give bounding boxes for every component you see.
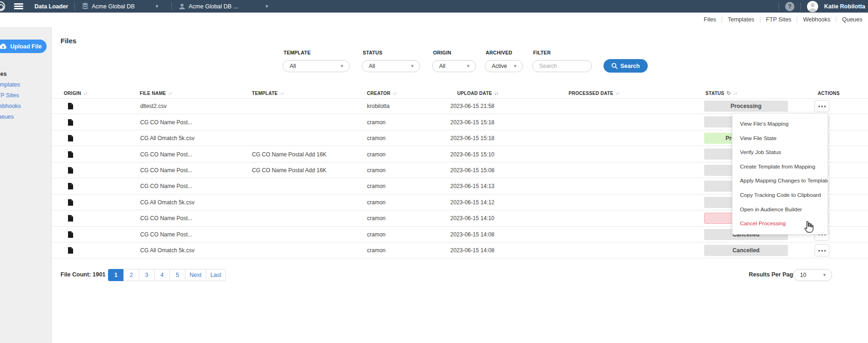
row-divider: [52, 258, 868, 258]
file-icon: [68, 210, 73, 226]
sidebar-item-files[interactable]: Files: [0, 69, 52, 80]
column-header-actions: ACTIONS: [818, 88, 840, 98]
column-header-processed-date: PROCESSED DATE↓↑: [569, 88, 619, 98]
sidebar-item-templates[interactable]: Templates: [0, 80, 52, 90]
column-header-template: TEMPLATE↓↑: [252, 88, 284, 98]
top-nav-files[interactable]: Files: [698, 16, 721, 23]
status-dropdown[interactable]: All ▼: [362, 60, 420, 72]
top-nav-templates[interactable]: Templates: [722, 16, 760, 23]
top-nav-webhooks[interactable]: Webhooks: [797, 16, 836, 23]
hamburger-menu-icon[interactable]: [14, 3, 23, 9]
upload-date-cell: 2023-06-15 21:58: [450, 98, 495, 114]
page-button-2[interactable]: 2: [123, 269, 139, 281]
filter-label-status: STATUS: [363, 50, 382, 55]
top-nav-ftp-sites[interactable]: FTP Sites: [760, 16, 797, 23]
database-selector[interactable]: Acme Global DB ▼: [82, 0, 135, 13]
file-name-cell: CG All Omatch 5k.csv: [140, 130, 195, 146]
sort-icon[interactable]: ↓↑: [495, 91, 498, 96]
results-per-page-select[interactable]: 10 ▼: [793, 269, 832, 281]
chevron-down-icon: ▼: [340, 64, 349, 68]
refresh-icon[interactable]: ↻: [726, 90, 731, 96]
creator-cell: cramon: [367, 114, 386, 130]
status-badge: Cancelled: [704, 245, 788, 256]
file-name-cell: CG CO Name Post...: [140, 210, 192, 226]
template-dropdown[interactable]: All ▼: [283, 60, 350, 72]
magnifier-icon: [611, 63, 617, 69]
chevron-down-icon: ▼: [466, 64, 475, 68]
status-badge: Processing: [704, 101, 788, 112]
row-actions-button[interactable]: ●●●: [814, 244, 829, 256]
help-icon[interactable]: ?: [785, 2, 794, 11]
file-name-cell: CG All Omatch 5k.csv: [140, 195, 195, 210]
top-nav: FilesTemplatesFTP SitesWebhooksQueues: [698, 13, 868, 27]
file-name-cell: dltest2.csv: [140, 98, 167, 114]
page-button-3[interactable]: 3: [139, 269, 155, 281]
sort-icon[interactable]: ↓↑: [393, 91, 397, 96]
column-header-label: ORIGIN: [64, 91, 81, 96]
filter-label-origin: ORIGIN: [433, 50, 451, 55]
context-menu-item-verify-job-status[interactable]: Verify Job Status: [732, 145, 827, 160]
column-header-label: FILE NAME: [140, 91, 166, 96]
last-page-button[interactable]: Last: [206, 269, 226, 281]
context-menu-item-apply-mapping-changes-to-template[interactable]: Apply Mapping Changes to Template: [732, 174, 827, 188]
account-selector[interactable]: Acme Global DB ... ▼: [179, 0, 238, 13]
creator-cell: cramon: [367, 146, 386, 162]
creator-cell: cramon: [367, 227, 386, 242]
sort-icon[interactable]: ↓↑: [83, 91, 87, 96]
context-menu-item-open-in-audience-builder[interactable]: Open in Audience Builder: [732, 202, 827, 217]
context-menu-item-create-template-from-mapping[interactable]: Create Template from Mapping: [732, 160, 827, 174]
upload-date-cell: 2023-06-15 14:13: [450, 178, 495, 194]
context-menu-item-copy-tracking-code-to-clipboard[interactable]: Copy Tracking Code to Clipboard: [732, 188, 827, 202]
creator-cell: cramon: [367, 210, 386, 226]
search-button[interactable]: Search: [604, 59, 648, 73]
column-header-label: TEMPLATE: [252, 91, 278, 96]
upload-date-cell: 2023-06-15 14:08: [450, 242, 495, 258]
cloud-upload-icon: [0, 43, 7, 49]
column-header-status: STATUS↻↓↑: [705, 88, 737, 98]
topbar-right: ? Katie Robilotta: [779, 0, 865, 13]
page-button-4[interactable]: 4: [154, 269, 170, 281]
template-cell: CG CO Name Postal Add 16K: [252, 146, 326, 162]
archived-dropdown[interactable]: Active ▼: [485, 60, 523, 72]
topbar: Data Loader Acme Global DB ▼ Acme Global…: [0, 0, 868, 13]
context-menu-item-view-file-state[interactable]: View File State: [732, 131, 827, 146]
filter-search-input[interactable]: [532, 60, 592, 72]
creator-cell: cramon: [367, 162, 386, 178]
upload-date-cell: 2023-06-15 14:12: [450, 195, 495, 210]
file-name-cell: CG CO Name Post...: [140, 114, 192, 130]
next-page-button[interactable]: Next: [185, 269, 206, 281]
page-button-1[interactable]: 1: [108, 269, 124, 281]
sort-icon[interactable]: ↓↑: [733, 91, 737, 96]
sort-icon[interactable]: ↓↑: [280, 91, 284, 96]
context-menu-item-view-file-s-mapping[interactable]: View File's Mapping: [732, 117, 827, 131]
page-button-5[interactable]: 5: [170, 269, 185, 281]
top-nav-queues[interactable]: Queues: [836, 16, 868, 23]
file-icon: [68, 130, 73, 146]
origin-dropdown[interactable]: All ▼: [432, 60, 476, 72]
file-icon: [68, 195, 73, 210]
creator-cell: cramon: [367, 242, 386, 258]
upload-file-label: Upload File: [10, 43, 41, 50]
app-logo-icon: [0, 1, 5, 11]
creator-cell: krobilotta: [367, 98, 390, 114]
table-row: dltest2.csvkrobilotta2023-06-15 21:58Pro…: [0, 98, 868, 114]
file-name-cell: CG CO Name Post...: [140, 178, 192, 194]
context-menu-item-cancel-processing[interactable]: Cancel Processing: [732, 216, 827, 231]
sort-icon[interactable]: ↓↑: [169, 91, 172, 96]
column-header-label: ACTIONS: [818, 91, 840, 96]
column-header-creator: CREATOR↓↑: [367, 88, 397, 98]
upload-file-button[interactable]: Upload File: [0, 40, 47, 53]
user-name: Katie Robilotta: [824, 3, 865, 10]
column-header-label: PROCESSED DATE: [569, 91, 613, 96]
context-menu: View File's MappingView File StateVerify…: [732, 113, 828, 235]
column-header-upload-date: UPLOAD DATE↓↑: [457, 88, 498, 98]
sort-icon[interactable]: ↓↑: [616, 91, 619, 96]
chevron-down-icon: ▼: [155, 4, 159, 9]
ellipsis-icon: ●●●: [818, 249, 827, 253]
file-icon: [68, 242, 73, 258]
avatar-person-icon: [807, 1, 818, 12]
row-actions-button[interactable]: ●●●: [814, 100, 829, 112]
topbar-divider: [800, 2, 801, 10]
user-avatar[interactable]: [807, 1, 818, 12]
ellipsis-icon: ●●●: [818, 104, 827, 108]
